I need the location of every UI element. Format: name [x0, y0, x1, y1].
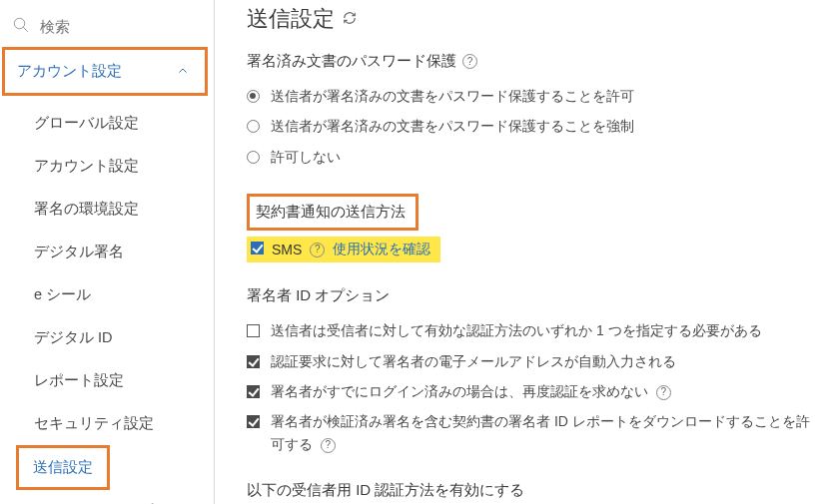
section-title-notify-label: 契約書通知の送信方法 [256, 203, 406, 222]
sidebar-item-security[interactable]: セキュリティ設定 [0, 402, 214, 445]
search-input[interactable] [38, 17, 202, 36]
page-title-row: 送信設定 [247, 4, 821, 34]
checkbox-icon[interactable] [247, 352, 261, 366]
nav-parent-label: アカウント設定 [17, 62, 122, 81]
main-content: 送信設定 署名済み文書のパスワード保護 ? 送信者が署名済みの文書をパスワード保… [215, 0, 831, 504]
signer-opt-autofill-email[interactable]: 認証要求に対して署名者の電子メールアドレスが自動入力される [247, 346, 821, 376]
usage-link[interactable]: 使用状況を確認 [333, 241, 430, 258]
sidebar-item-account[interactable]: アカウント設定 [0, 145, 214, 188]
option-label-wrap: 署名者がすでにログイン済みの場合は、再度認証を求めない ? [271, 380, 671, 402]
sidebar-item-eseal[interactable]: e シール [0, 273, 214, 316]
radio-icon[interactable] [247, 87, 261, 101]
section-title-pw-label: 署名済み文書のパスワード保護 [247, 52, 456, 71]
help-icon[interactable]: ? [656, 385, 671, 400]
section-title-signer-id: 署名者 ID オプション [247, 286, 821, 305]
section-title-enable-auth: 以下の受信者用 ID 認証方法を有効にする [247, 481, 821, 500]
sidebar: アカウント設定 グローバル設定 アカウント設定 署名の環境設定 デジタル署名 e… [0, 0, 215, 504]
pw-options: 送信者が署名済みの文書をパスワード保護することを許可 送信者が署名済みの文書をパ… [247, 81, 821, 172]
section-title-notify: 契約書通知の送信方法 [247, 194, 418, 231]
pw-opt-force[interactable]: 送信者が署名済みの文書をパスワード保護することを強制 [247, 111, 821, 141]
sidebar-item-sign-pref[interactable]: 署名の環境設定 [0, 188, 214, 231]
checkbox-icon[interactable] [247, 382, 261, 396]
section-title-signer-id-label: 署名者 ID オプション [247, 286, 390, 305]
sidebar-item-report[interactable]: レポート設定 [0, 359, 214, 402]
signer-opt-skip-reauth[interactable]: 署名者がすでにログイン済みの場合は、再度認証を求めない ? [247, 376, 821, 406]
sidebar-item-digital-id[interactable]: デジタル ID [0, 316, 214, 359]
signer-opt-require-auth[interactable]: 送信者は受信者に対して有効な認証方法のいずれか 1 つを指定する必要がある [247, 315, 821, 345]
pw-opt-allow[interactable]: 送信者が署名済みの文書をパスワード保護することを許可 [247, 81, 821, 111]
help-icon[interactable]: ? [462, 54, 477, 69]
signer-id-options: 送信者は受信者に対して有効な認証方法のいずれか 1 つを指定する必要がある 認証… [247, 315, 821, 459]
signer-opt-download-report[interactable]: 署名者が検証済み署名を含む契約書の署名者 ID レポートをダウンロードすることを… [247, 406, 821, 459]
sidebar-item-global[interactable]: グローバル設定 [0, 102, 214, 145]
sms-label: SMS [272, 242, 302, 257]
svg-line-1 [23, 27, 28, 32]
checkbox-sms[interactable] [251, 242, 264, 257]
nav-children: グローバル設定 アカウント設定 署名の環境設定 デジタル署名 e シール デジタ… [0, 98, 214, 504]
sms-row: SMS ? 使用状況を確認 [247, 237, 440, 262]
refresh-icon[interactable] [343, 11, 357, 28]
option-label: 送信者は受信者に対して有効な認証方法のいずれか 1 つを指定する必要がある [271, 319, 762, 341]
option-label: 署名者がすでにログイン済みの場合は、再度認証を求めない [271, 383, 648, 399]
checkbox-icon[interactable] [247, 412, 261, 426]
option-label: 許可しない [271, 146, 341, 168]
sidebar-item-digital-sign[interactable]: デジタル署名 [0, 231, 214, 273]
section-title-enable-auth-label: 以下の受信者用 ID 認証方法を有効にする [247, 481, 524, 500]
nav-parent-account-settings[interactable]: アカウント設定 [2, 47, 208, 96]
section-title-pw: 署名済み文書のパスワード保護 ? [247, 52, 821, 71]
sidebar-item-message-template[interactable]: メッセージテンプレート [0, 490, 214, 504]
svg-point-0 [14, 18, 25, 29]
radio-icon[interactable] [247, 117, 261, 131]
option-label: 認証要求に対して署名者の電子メールアドレスが自動入力される [271, 350, 676, 372]
option-label: 送信者が署名済みの文書をパスワード保護することを強制 [271, 115, 634, 137]
radio-icon[interactable] [247, 148, 261, 162]
option-label: 送信者が署名済みの文書をパスワード保護することを許可 [271, 85, 634, 107]
option-label: 署名者が検証済み署名を含む契約書の署名者 ID レポートをダウンロードすることを… [271, 413, 810, 451]
pw-opt-deny[interactable]: 許可しない [247, 142, 821, 172]
page-title: 送信設定 [247, 4, 335, 34]
help-icon[interactable]: ? [310, 243, 325, 257]
checkbox-icon[interactable] [247, 321, 261, 335]
search-icon [12, 16, 30, 37]
search-box[interactable] [0, 10, 214, 47]
sidebar-item-send-settings[interactable]: 送信設定 [16, 445, 110, 490]
help-icon[interactable]: ? [321, 438, 336, 453]
option-label-wrap: 署名者が検証済み署名を含む契約書の署名者 ID レポートをダウンロードすることを… [271, 410, 821, 455]
chevron-up-icon [177, 63, 189, 80]
